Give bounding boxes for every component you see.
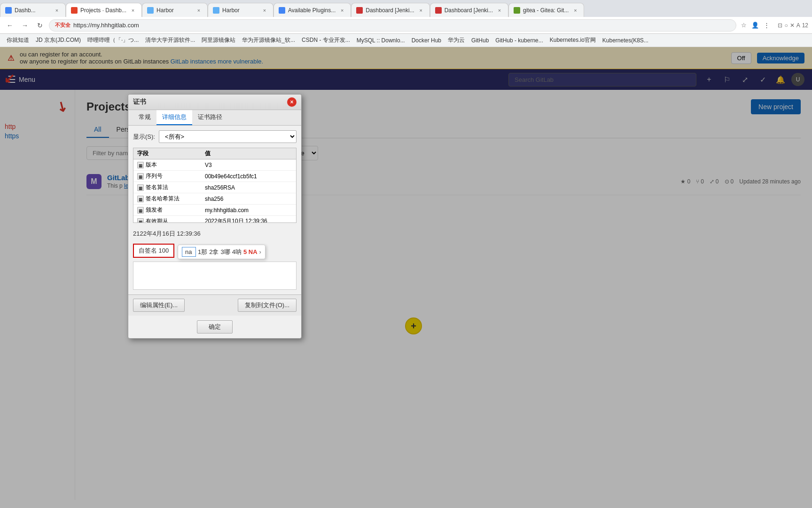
row-icon: ▦	[137, 173, 144, 180]
ime-candidate-1[interactable]: 1那	[198, 248, 207, 256]
bookmark-k8s[interactable]: Kubernetes(K8S...	[600, 36, 651, 45]
profile-icon[interactable]: 👤	[750, 21, 760, 30]
bookmark-jd[interactable]: JD 京东(JD.COM)	[33, 35, 84, 45]
col-value: 值	[201, 148, 296, 159]
reload-button[interactable]: ↻	[34, 19, 46, 32]
bookmark-tsinghua[interactable]: 清华大学开源软件...	[142, 35, 198, 45]
settings-icon[interactable]: ⋮	[762, 21, 771, 30]
tab-dashb1[interactable]: Dashb... ×	[0, 3, 66, 17]
tab-close-harbor1[interactable]: ×	[195, 7, 203, 14]
bookmark-huawei-mirror[interactable]: 华为开源镜像站_软...	[239, 35, 298, 45]
dialog-ok-button[interactable]: 确定	[197, 320, 233, 333]
display-row: 显示(S): <所有>	[133, 130, 297, 143]
tab-close[interactable]: ×	[53, 7, 61, 14]
tab-harbor2[interactable]: Harbor ×	[208, 3, 273, 17]
address-input[interactable]: 不安全 https://my.hhhgitlab.com	[49, 19, 736, 32]
row-icon: ▦	[137, 184, 144, 191]
cert-date-text: 2122年4月16日 12:39:36	[133, 227, 297, 241]
dialog-title: 证书	[133, 98, 146, 106]
display-label: 显示(S):	[133, 133, 155, 141]
dialog-bottom: 编辑属性(E)... 复制到文件(O)...	[128, 294, 301, 316]
cert-detail-area	[133, 262, 297, 290]
edit-attr-button[interactable]: 编辑属性(E)...	[133, 299, 185, 312]
table-row[interactable]: ▦签名算法 sha256RSA	[133, 182, 296, 193]
tab-favicon-jenkins2	[435, 7, 442, 14]
forward-button[interactable]: →	[19, 19, 31, 32]
cert-self-signed-box: 自签名 100	[133, 244, 174, 258]
dialog-close-button[interactable]: ×	[287, 97, 297, 107]
tab-harbor1[interactable]: Harbor ×	[142, 3, 208, 17]
bookmark-github-k8s[interactable]: GitHub - kuberne...	[492, 36, 546, 45]
dialog-title-bar: 证书 ×	[128, 95, 301, 110]
bookmark-bilibili[interactable]: 哔哩哔哩（「·」つ...	[85, 35, 141, 45]
tab-close-gitea[interactable]: ×	[571, 7, 579, 14]
tab-jenkins2[interactable]: Dashboard [Jenki... ×	[430, 3, 508, 17]
bookmark-icon[interactable]: ☆	[739, 21, 749, 30]
dialog-padding	[128, 333, 301, 338]
row-icon: ▦	[137, 162, 144, 168]
back-button[interactable]: ←	[4, 19, 16, 32]
cert-table-header: 字段 值	[133, 148, 296, 159]
bookmark-k8s-io[interactable]: Kubernetes.io官网	[547, 35, 599, 45]
dialog-tab-path[interactable]: 证书路径	[192, 110, 228, 125]
tab-close-jenkins1[interactable]: ×	[417, 7, 425, 14]
tab-label-plugins: Available Plugins...	[288, 7, 336, 14]
tab-favicon-plugins	[279, 7, 285, 14]
tab-favicon-harbor1	[147, 7, 154, 14]
bookmark-mysql[interactable]: MySQL :: Downlo...	[354, 36, 408, 45]
address-right-icons: ☆ 👤 ⋮	[739, 21, 771, 30]
bookmark-github[interactable]: GitHub	[468, 36, 492, 45]
dialog-tab-details[interactable]: 详细信息	[156, 110, 192, 125]
dialog-tabs: 常规 详细信息 证书路径	[128, 110, 301, 126]
row-icon: ▦	[137, 196, 144, 202]
tab-label-jenkins2: Dashboard [Jenki...	[445, 7, 493, 14]
security-icon: 不安全	[55, 22, 70, 29]
ime-candidate-5[interactable]: 5 NA	[243, 248, 258, 255]
col-field: 字段	[133, 148, 201, 159]
tab-close-projects[interactable]: ×	[129, 7, 137, 14]
ime-next-arrow[interactable]: ›	[259, 248, 261, 255]
tab-projects[interactable]: Projects · Dashb... ×	[66, 3, 142, 17]
bookmark-csdn[interactable]: CSDN - 专业开发...	[299, 35, 353, 45]
bookmark-zhidao[interactable]: 你就知道	[4, 35, 32, 45]
tab-close-jenkins2[interactable]: ×	[496, 7, 503, 14]
ime-candidate-4[interactable]: 4呐	[232, 248, 242, 256]
ime-input-field[interactable]: na	[182, 247, 196, 257]
ime-candidate-3[interactable]: 3哪	[220, 248, 230, 256]
table-row[interactable]: ▦版本 V3	[133, 159, 296, 171]
ime-candidates: 1那 2拿 3哪 4呐 5 NA ›	[198, 248, 261, 256]
tab-favicon	[5, 7, 12, 14]
tab-favicon-gitea	[514, 7, 520, 14]
table-row[interactable]: ▦序列号 00b49e64ccf1cb5fc1	[133, 171, 296, 182]
dialog-body: 显示(S): <所有> 字段 值 ▦版本	[128, 126, 301, 294]
display-select[interactable]: <所有>	[159, 130, 297, 143]
bookmark-docker[interactable]: Docker Hub	[409, 36, 444, 45]
tab-label-jenkins1: Dashboard [Jenki...	[366, 7, 414, 14]
tab-favicon-jenkins1	[356, 7, 363, 14]
bookmark-huawei[interactable]: 华为云	[445, 35, 468, 45]
tab-favicon-harbor2	[213, 7, 219, 14]
tab-label-harbor2: Harbor	[222, 7, 258, 14]
address-bar: ← → ↻ 不安全 https://my.hhhgitlab.com ☆ 👤 ⋮…	[0, 17, 812, 34]
tab-favicon-gitlab	[71, 7, 78, 14]
address-url: https://my.hhhgitlab.com	[73, 22, 139, 29]
tab-close-plugins[interactable]: ×	[338, 7, 346, 14]
tab-close-harbor2[interactable]: ×	[261, 7, 268, 14]
bookmark-aliyun[interactable]: 阿里源镜像站	[199, 35, 238, 45]
certificate-dialog: 证书 × 常规 详细信息 证书路径 显示(S): <所有> 字段 值	[128, 94, 302, 339]
row-icon: ▦	[137, 218, 144, 223]
tab-plugins[interactable]: Available Plugins... ×	[273, 3, 351, 17]
tab-gitea[interactable]: gitea - Gitea: Git... ×	[508, 3, 584, 17]
cert-table: 字段 值 ▦版本 V3 ▦序列号 00b49e64ccf1cb5fc1	[133, 148, 296, 223]
table-row[interactable]: ▦颁发者 my.hhhgitlab.com	[133, 205, 296, 216]
table-row[interactable]: ▦有效期从 2022年5月10日 12:39:36	[133, 216, 296, 223]
ime-candidate-2[interactable]: 2拿	[209, 248, 219, 256]
cert-table-container[interactable]: 字段 值 ▦版本 V3 ▦序列号 00b49e64ccf1cb5fc1	[133, 148, 297, 223]
bookmarks-bar: 你就知道 JD 京东(JD.COM) 哔哩哔哩（「·」つ... 清华大学开源软件…	[0, 34, 812, 47]
table-row[interactable]: ▦签名哈希算法 sha256	[133, 193, 296, 205]
tab-label-harbor1: Harbor	[156, 7, 192, 14]
tab-jenkins1[interactable]: Dashboard [Jenki... ×	[351, 3, 429, 17]
dialog-tab-general[interactable]: 常规	[133, 110, 156, 125]
copy-to-file-button[interactable]: 复制到文件(O)...	[238, 299, 297, 312]
tab-bar: Dashb... × Projects · Dashb... × Harbor …	[0, 0, 812, 17]
